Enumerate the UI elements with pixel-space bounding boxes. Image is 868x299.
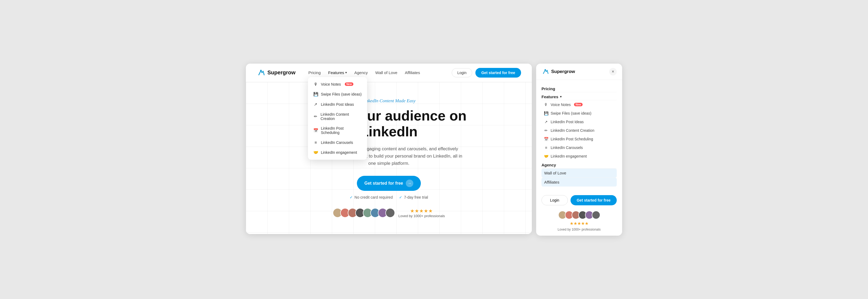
sidebar-item-wall-of-love[interactable]: Wall of Love: [541, 169, 617, 178]
sidebar-voice-icon: 🎙: [544, 103, 549, 107]
sidebar-item-pricing[interactable]: Pricing: [541, 84, 617, 92]
hero-checks: ✓ No credit card required ✓ 7-day free t…: [257, 195, 521, 199]
sidebar-item-agency[interactable]: Agency: [541, 161, 617, 169]
nav-affiliates[interactable]: Affiliates: [405, 70, 420, 75]
svg-point-0: [260, 70, 262, 71]
hero-subtitle: LinkedIn Content Made Easy: [257, 98, 521, 104]
sidebar-logo: Supergrow: [541, 68, 575, 75]
sidebar-actions: Login Get started for free: [536, 191, 622, 207]
hero-cta-button[interactable]: Get started for free →: [357, 176, 421, 191]
nav-actions: Login Get started for free: [452, 68, 521, 77]
features-dropdown-container: Features ▾ 🎙 Voice Notes New 💾 Swipe Fil…: [328, 70, 347, 75]
dropdown-item-post-ideas[interactable]: ↗ LinkedIn Post Ideas: [308, 99, 367, 109]
login-button[interactable]: Login: [452, 68, 472, 77]
sidebar-avatar-6: [592, 211, 600, 219]
sidebar-new-badge: New: [574, 103, 583, 106]
sidebar-sub-scheduling[interactable]: 📅 LinkedIn Post Scheduling: [541, 135, 617, 143]
avatar-8: [385, 208, 395, 218]
dropdown-item-content-creation[interactable]: ✏ LinkedIn Content Creation: [308, 109, 367, 124]
navbar: Supergrow Pricing Features ▾ 🎙 Voice Not…: [246, 64, 532, 82]
sidebar-engagement-icon: 🤝: [544, 154, 549, 158]
nav-agency[interactable]: Agency: [354, 70, 368, 75]
sidebar-carousels-icon: ≡: [544, 145, 549, 150]
svg-point-1: [545, 69, 546, 70]
sidebar-cta-button[interactable]: Get started for free: [570, 195, 617, 205]
sidebar-login-button[interactable]: Login: [541, 195, 568, 205]
get-started-button[interactable]: Get started for free: [475, 68, 521, 77]
sidebar-item-affiliates[interactable]: Affiliates: [541, 178, 617, 187]
sidebar-stars: ★★★★★: [570, 221, 589, 226]
sidebar-features-chevron: ▾: [560, 95, 562, 99]
sidebar-social-proof: ★★★★★ Loved by 1000+ professionals: [536, 207, 622, 236]
social-proof: ★★★★★ Loved by 1000+ professionals: [257, 208, 521, 218]
hero-check-trial: ✓ 7-day free trial: [399, 195, 428, 199]
post-ideas-icon: ↗: [313, 102, 318, 107]
mobile-sidebar-panel: Supergrow × Pricing Features ▾ 🎙 Voice N…: [536, 64, 622, 236]
nav-pricing[interactable]: Pricing: [308, 70, 320, 75]
cta-arrow-icon: →: [406, 179, 413, 187]
features-dropdown-menu: 🎙 Voice Notes New 💾 Swipe Files (save id…: [308, 77, 367, 160]
carousels-icon: ≡: [313, 140, 318, 145]
nav-wall-of-love[interactable]: Wall of Love: [375, 70, 398, 75]
logo[interactable]: Supergrow: [257, 68, 295, 77]
sidebar-close-button[interactable]: ×: [609, 68, 617, 75]
engagement-icon: 🤝: [313, 150, 318, 155]
sidebar-sub-swipe-files[interactable]: 💾 Swipe Files (save ideas): [541, 109, 617, 118]
content-creation-icon: ✏: [313, 114, 318, 119]
swipe-files-icon: 💾: [313, 92, 318, 97]
voice-notes-icon: 🎙: [313, 82, 318, 87]
stars-rating: ★★★★★ Loved by 1000+ professionals: [398, 208, 445, 218]
sidebar-content-icon: ✏: [544, 128, 549, 133]
main-website-panel: Supergrow Pricing Features ▾ 🎙 Voice Not…: [246, 64, 532, 234]
dropdown-item-voice-notes[interactable]: 🎙 Voice Notes New: [308, 79, 367, 89]
logo-icon: [257, 68, 265, 77]
sidebar-navigation: Pricing Features ▾ 🎙 Voice Notes New 💾 S…: [536, 80, 622, 191]
sidebar-sub-post-ideas[interactable]: ↗ LinkedIn Post Ideas: [541, 118, 617, 126]
dropdown-item-swipe-files[interactable]: 💾 Swipe Files (save ideas): [308, 89, 367, 99]
features-chevron: ▾: [345, 71, 347, 74]
sidebar-scheduling-icon: 📅: [544, 137, 549, 141]
dropdown-item-carousels[interactable]: ≡ LinkedIn Carousels: [308, 137, 367, 147]
sidebar-header: Supergrow ×: [536, 64, 622, 80]
sidebar-sub-voice-notes[interactable]: 🎙 Voice Notes New: [541, 100, 617, 109]
sidebar-social-text: Loved by 1000+ professionals: [558, 228, 600, 231]
new-badge: New: [345, 82, 354, 86]
brand-name: Supergrow: [268, 69, 295, 76]
hero-section: LinkedIn Content Made Easy Grow your aud…: [246, 82, 532, 234]
dropdown-item-scheduling[interactable]: 📅 LinkedIn Post Scheduling: [308, 124, 367, 137]
sidebar-item-features-title[interactable]: Features ▾: [541, 92, 617, 100]
avatar-group: [333, 208, 395, 218]
sidebar-sub-engagement[interactable]: 🤝 LinkedIn engagement: [541, 152, 617, 161]
hero-check-no-card: ✓ No credit card required: [350, 195, 393, 199]
scheduling-icon: 📅: [313, 128, 318, 133]
nav-features[interactable]: Features ▾: [328, 70, 347, 75]
sidebar-avatar-group: [558, 211, 600, 219]
sidebar-sub-content-creation[interactable]: ✏ LinkedIn Content Creation: [541, 126, 617, 135]
nav-links: Pricing Features ▾ 🎙 Voice Notes New �: [308, 70, 452, 75]
sidebar-post-ideas-icon: ↗: [544, 120, 549, 124]
sidebar-sub-carousels[interactable]: ≡ LinkedIn Carousels: [541, 143, 617, 152]
sidebar-logo-icon: [541, 68, 549, 75]
sidebar-swipe-icon: 💾: [544, 111, 549, 115]
dropdown-item-engagement[interactable]: 🤝 LinkedIn engagement: [308, 147, 367, 158]
